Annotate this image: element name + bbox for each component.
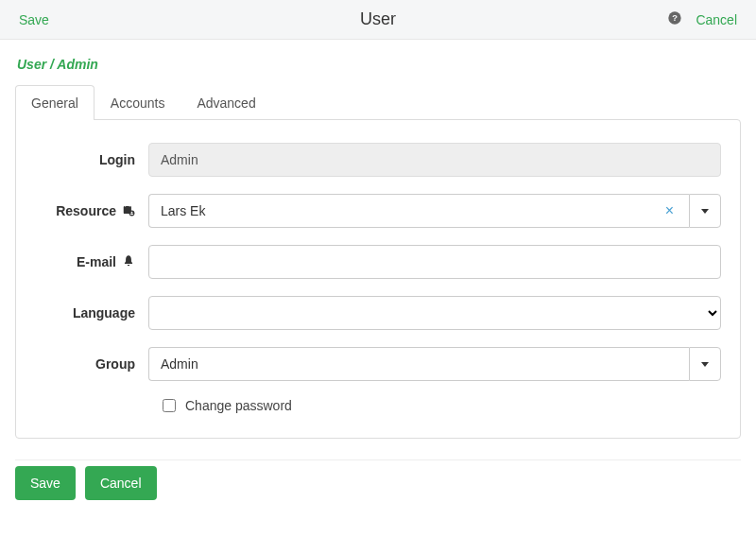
tabs: General Accounts Advanced xyxy=(15,85,741,120)
divider xyxy=(15,459,741,460)
row-group: Group Admin xyxy=(35,347,721,381)
row-change-password: Change password xyxy=(35,398,721,413)
language-select[interactable] xyxy=(148,296,721,330)
group-input[interactable]: Admin xyxy=(148,347,689,381)
svg-rect-4 xyxy=(129,204,130,206)
save-button[interactable]: Save xyxy=(15,466,76,500)
tab-advanced[interactable]: Advanced xyxy=(180,85,271,120)
breadcrumb: User / Admin xyxy=(15,57,741,85)
label-email: E-mail xyxy=(35,254,148,270)
svg-rect-3 xyxy=(125,204,126,206)
row-login: Login xyxy=(35,143,721,177)
row-language: Language xyxy=(35,296,721,330)
label-resource-text: Resource xyxy=(56,203,116,218)
chevron-down-icon xyxy=(701,209,709,214)
top-save-link[interactable]: Save xyxy=(19,12,49,27)
row-email: E-mail xyxy=(35,245,721,279)
calendar-user-icon xyxy=(122,203,135,219)
label-resource: Resource xyxy=(35,203,148,219)
resource-value: Lars Ek xyxy=(161,203,205,218)
cancel-button[interactable]: Cancel xyxy=(85,466,157,500)
label-group: Group xyxy=(35,356,148,372)
top-bar: Save User ? Cancel xyxy=(0,0,756,40)
change-password-checkbox[interactable] xyxy=(163,399,176,412)
top-cancel-link[interactable]: Cancel xyxy=(696,12,737,27)
group-dropdown-button[interactable] xyxy=(689,347,721,381)
svg-point-6 xyxy=(131,211,133,213)
label-language: Language xyxy=(35,305,148,320)
panel-general: Login Resource Lars Ek × xyxy=(15,119,741,439)
email-input[interactable] xyxy=(148,245,721,279)
tab-general[interactable]: General xyxy=(15,85,94,120)
chevron-down-icon xyxy=(701,362,709,367)
label-login: Login xyxy=(35,152,148,167)
help-icon[interactable]: ? xyxy=(667,10,682,28)
change-password-label[interactable]: Change password xyxy=(185,398,292,413)
row-resource: Resource Lars Ek × xyxy=(35,194,721,228)
top-right: ? Cancel xyxy=(667,10,737,28)
label-email-text: E-mail xyxy=(77,254,116,269)
resource-dropdown-button[interactable] xyxy=(689,194,721,228)
resource-input[interactable]: Lars Ek × xyxy=(148,194,689,228)
clear-icon[interactable]: × xyxy=(662,202,678,219)
bell-icon xyxy=(122,254,135,270)
resource-combo: Lars Ek × xyxy=(148,194,721,228)
group-combo: Admin xyxy=(148,347,721,381)
footer-actions: Save Cancel xyxy=(15,466,741,500)
page-title: User xyxy=(360,9,396,29)
group-value: Admin xyxy=(161,356,198,372)
login-input xyxy=(148,143,721,177)
tab-accounts[interactable]: Accounts xyxy=(94,85,181,120)
svg-text:?: ? xyxy=(673,13,679,23)
